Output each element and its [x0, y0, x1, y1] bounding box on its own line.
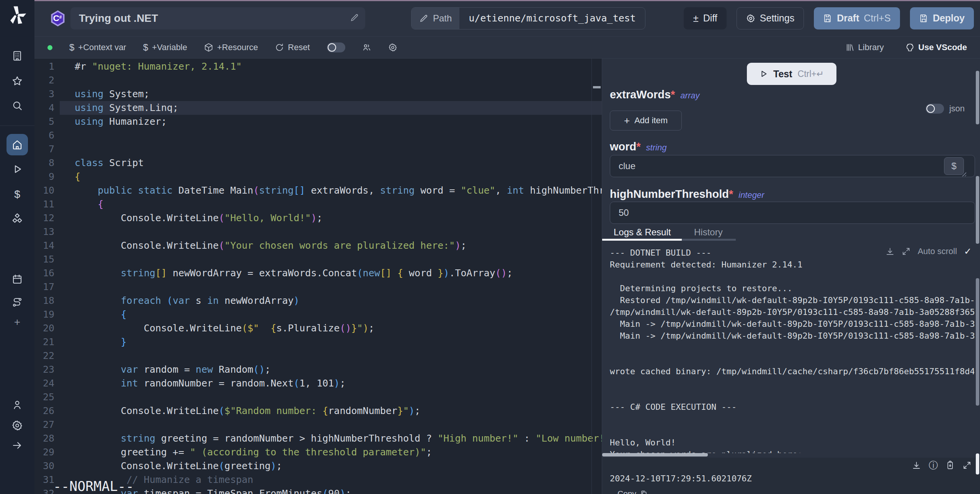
code-line[interactable]: 11 {: [34, 197, 602, 211]
code-line[interactable]: 28 string greeting = randomNumber > high…: [34, 432, 602, 445]
code-line[interactable]: 7: [34, 142, 602, 156]
code-line[interactable]: 15: [34, 253, 602, 266]
edit-title-button[interactable]: [347, 13, 362, 24]
line-number: 20: [34, 321, 60, 335]
high-number-threshold-input[interactable]: [610, 202, 975, 224]
diff-button[interactable]: ± Diff: [684, 7, 726, 29]
code-line[interactable]: 8class Script: [34, 156, 602, 170]
code-line[interactable]: 17: [34, 280, 602, 294]
code-line[interactable]: 9{: [34, 170, 602, 184]
log-scrollbar-thumb[interactable]: [976, 278, 979, 406]
result-scrollbar-thumb[interactable]: [976, 453, 979, 474]
draft-button[interactable]: Draft Ctrl+S: [814, 7, 900, 29]
line-number: 5: [34, 115, 60, 129]
add-variable-button[interactable]: $ +Variable: [143, 42, 187, 53]
sidebar-item-resources[interactable]: [7, 208, 28, 230]
library-button[interactable]: Library: [845, 42, 884, 52]
test-shortcut: Ctrl+↵: [798, 69, 824, 79]
code-line[interactable]: 29 greeting += " (according to the thres…: [34, 445, 602, 459]
script-title-input[interactable]: [70, 7, 365, 29]
code-line[interactable]: 20 Console.WriteLine($" {s.Pluralize()}"…: [34, 321, 602, 335]
svg-text:#: #: [59, 14, 62, 20]
test-button[interactable]: Test Ctrl+↵: [747, 63, 836, 85]
sidebar-item-home[interactable]: [7, 134, 28, 155]
inputs-scrollbar-thumb[interactable]: [976, 176, 979, 244]
collaborators-icon: [362, 43, 371, 52]
code-line[interactable]: 24 int randomNumber = random.Next(1, 101…: [34, 377, 602, 390]
word-input[interactable]: [610, 155, 975, 177]
log-horizontal-scrollbar[interactable]: [602, 453, 708, 457]
code-line[interactable]: 22: [34, 349, 602, 363]
windmill-logo[interactable]: [6, 4, 29, 27]
sidebar-item-runs[interactable]: [7, 158, 28, 180]
code-line-content: }: [60, 335, 602, 349]
code-line[interactable]: 12 Console.WriteLine("Hello, World!");: [34, 211, 602, 225]
json-toggle[interactable]: [926, 104, 944, 114]
code-line-content: greeting += " (according to the threshol…: [60, 445, 602, 459]
sidebar-item-account[interactable]: [7, 394, 28, 416]
sidebar-item-variables[interactable]: $: [7, 184, 28, 205]
star-icon: [11, 75, 23, 87]
auto-scroll-label: Auto scroll: [918, 246, 957, 256]
tab-logs-result[interactable]: Logs & Result: [614, 227, 671, 238]
clipboard-icon[interactable]: [946, 461, 955, 470]
sidebar-item-collapse[interactable]: [7, 435, 28, 456]
code-line[interactable]: 21 }: [34, 335, 602, 349]
code-line[interactable]: 13: [34, 225, 602, 239]
deploy-button[interactable]: Deploy: [910, 7, 974, 29]
log-output-area[interactable]: Auto scroll ✓ --- DOTNET BUILD ---Requir…: [602, 241, 980, 453]
code-line-content: [60, 349, 602, 363]
sidebar-item-search[interactable]: [7, 95, 28, 116]
expand-logs-icon[interactable]: [902, 247, 911, 256]
code-line[interactable]: 26 Console.WriteLine($"Random number: {r…: [34, 404, 602, 418]
code-line[interactable]: 5using Humanizer;: [34, 115, 602, 129]
log-line: Your chosen words are pluralized here:: [610, 448, 974, 453]
code-line[interactable]: 6: [34, 129, 602, 142]
code-line[interactable]: 10 public static DateTime Main(string[] …: [34, 184, 602, 197]
code-line[interactable]: 2: [34, 73, 602, 87]
add-item-button[interactable]: + Add item: [610, 111, 682, 130]
download-logs-icon[interactable]: [885, 247, 895, 256]
code-line[interactable]: 4using System.Linq;: [34, 101, 602, 115]
add-context-var-button[interactable]: $ +Context var: [69, 42, 126, 53]
sidebar-item-settings[interactable]: [7, 415, 28, 436]
code-line[interactable]: 30 Console.WriteLine(greeting);: [34, 459, 602, 473]
code-line[interactable]: 16 string[] newWordArray = extraWords.Co…: [34, 266, 602, 280]
collaborators-button[interactable]: [362, 43, 371, 52]
code-line[interactable]: 1#r "nuget: Humanizer, 2.14.1": [34, 60, 602, 73]
editor-settings-button[interactable]: [388, 43, 397, 52]
check-icon[interactable]: ✓: [964, 246, 972, 257]
sidebar-item-add[interactable]: +: [7, 311, 28, 333]
info-icon[interactable]: ⓘ: [929, 461, 938, 470]
path-widget[interactable]: Path u/etienne/microsoft_java_test: [411, 7, 645, 29]
reset-button[interactable]: Reset: [275, 42, 310, 52]
settings-button[interactable]: Settings: [737, 7, 804, 29]
gear-icon: [746, 14, 755, 23]
word-variable-button[interactable]: $: [944, 157, 964, 175]
code-line-content: using System;: [60, 87, 602, 101]
sidebar-item-favorites[interactable]: [7, 70, 28, 92]
form-scrollbar-thumb[interactable]: [976, 71, 979, 124]
tab-history[interactable]: History: [694, 227, 723, 238]
use-vscode-button[interactable]: Use VScode: [905, 42, 967, 52]
expand-result-icon[interactable]: [962, 461, 972, 470]
add-resource-button[interactable]: +Resource: [204, 42, 258, 52]
code-line[interactable]: 19 {: [34, 308, 602, 321]
log-line: /tmp/windmill/wk-default-89p2b-I0Y5P/019…: [610, 306, 974, 318]
code-line[interactable]: 23 var random = new Random();: [34, 363, 602, 377]
code-line[interactable]: 18 foreach (var s in newWordArray): [34, 294, 602, 308]
editor-minimap[interactable]: [591, 59, 602, 494]
sidebar-item-flows[interactable]: [7, 292, 28, 313]
sidebar-item-schedules[interactable]: [7, 269, 28, 290]
code-line[interactable]: 3using System;: [34, 87, 602, 101]
sidebar-item-workspace[interactable]: [7, 45, 28, 67]
download-result-icon[interactable]: [912, 461, 921, 470]
code-editor[interactable]: 1#r "nuget: Humanizer, 2.14.1"23using Sy…: [34, 59, 602, 494]
code-line[interactable]: 25: [34, 390, 602, 404]
code-line[interactable]: 14 Console.WriteLine("Your chosen words …: [34, 239, 602, 253]
copy-result-button[interactable]: Copy: [617, 489, 648, 494]
code-line[interactable]: 27: [34, 418, 602, 432]
test-label: Test: [773, 68, 792, 80]
left-sidebar: $ +: [0, 0, 34, 494]
assistant-toggle[interactable]: [327, 42, 345, 52]
